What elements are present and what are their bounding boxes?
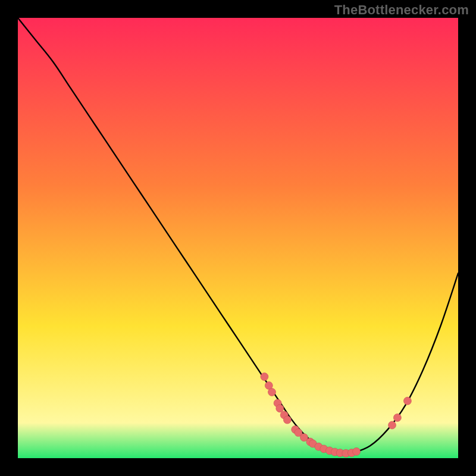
data-marker [353,447,361,455]
data-marker [261,373,268,381]
data-marker [389,421,396,429]
attribution-label: TheBottlenecker.com [334,2,469,18]
plot-area [18,18,458,458]
chart-frame: TheBottlenecker.com [0,0,476,476]
chart-svg [18,18,458,458]
data-marker [268,389,275,396]
data-marker [276,405,284,412]
data-marker [283,416,291,424]
gradient-background [18,18,458,458]
data-marker [403,397,411,405]
data-marker [393,414,401,421]
